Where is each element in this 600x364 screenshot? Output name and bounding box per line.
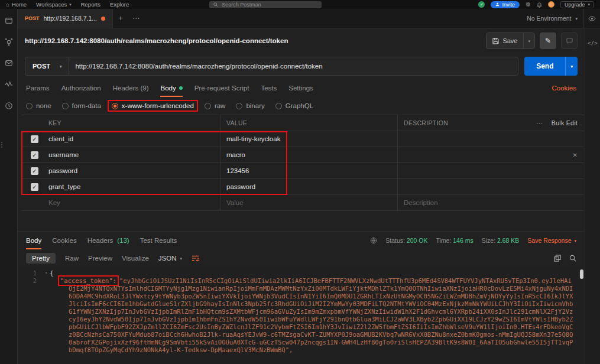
- global-search-input[interactable]: Search Postman: [209, 1, 322, 8]
- settings-gear-icon[interactable]: ⚙: [526, 1, 531, 8]
- new-tab-button[interactable]: +: [113, 9, 128, 28]
- key-cell[interactable]: client_id: [43, 131, 220, 147]
- value-placeholder-cell[interactable]: Value: [220, 195, 397, 210]
- table-row: ✓ password 123456: [21, 163, 583, 179]
- description-cell[interactable]: [397, 163, 583, 178]
- response-tab-headers[interactable]: Headers (13): [87, 232, 129, 249]
- method-select[interactable]: POST ▾: [25, 57, 69, 76]
- open-request-tab[interactable]: POST http://192.168.7.1...: [18, 9, 113, 28]
- radio-icon: [236, 103, 242, 109]
- response-tabs: Body Cookies Headers (13) Test Results S…: [18, 232, 585, 249]
- tab-settings[interactable]: Settings: [288, 79, 313, 97]
- monitors-icon[interactable]: [4, 80, 14, 89]
- send-button[interactable]: Send ▾: [524, 57, 578, 76]
- sidebar-resize-handle[interactable]: [1, 142, 2, 148]
- api-network-icon[interactable]: [4, 37, 14, 47]
- description-cell[interactable]: [397, 179, 583, 194]
- mock-servers-icon[interactable]: [4, 58, 14, 68]
- code-snippet-icon[interactable]: </>: [588, 40, 597, 364]
- upgrade-button[interactable]: Upgrade▾: [560, 1, 594, 8]
- row-checkbox[interactable]: ✓: [31, 183, 38, 191]
- tab-body[interactable]: Body: [160, 79, 182, 97]
- value-cell[interactable]: password: [220, 179, 397, 194]
- person-icon: [495, 2, 500, 6]
- fold-caret-icon[interactable]: ▾: [45, 269, 47, 277]
- search-response-icon[interactable]: [569, 255, 576, 262]
- key-cell[interactable]: username: [43, 147, 220, 162]
- key-cell[interactable]: password: [43, 163, 220, 178]
- time-badge: Time: 146 ms: [436, 237, 473, 244]
- table-more-options-button[interactable]: ⋯: [536, 119, 543, 126]
- avatar[interactable]: [548, 1, 554, 8]
- cookies-link[interactable]: Cookies: [552, 84, 576, 92]
- key-cell[interactable]: grant_type: [43, 179, 220, 194]
- view-visualize-button[interactable]: Visualize: [122, 255, 149, 262]
- request-tabstrip: POST http://192.168.7.1... + ⋯ No Enviro…: [18, 9, 600, 28]
- save-response-button[interactable]: Save Response ▾: [527, 237, 576, 244]
- value-cell[interactable]: macro: [220, 147, 397, 162]
- save-options-button[interactable]: ▾: [523, 33, 534, 48]
- chevron-down-icon: ▾: [60, 64, 62, 69]
- tab-authorization[interactable]: Authorization: [61, 79, 101, 97]
- tab-options-button[interactable]: ⋯: [128, 9, 144, 28]
- response-tab-cookies[interactable]: Cookies: [52, 232, 77, 249]
- pane-splitter[interactable]: [18, 211, 585, 231]
- history-clock-icon[interactable]: [4, 101, 14, 110]
- description-placeholder-cell[interactable]: Description: [397, 195, 583, 210]
- left-sidebar-rail: [0, 9, 18, 364]
- nav-explore[interactable]: Explore: [110, 1, 129, 8]
- nav-reports[interactable]: Reports: [81, 1, 100, 8]
- right-sidebar-rail: </>: [585, 28, 600, 364]
- globe-icon[interactable]: [370, 237, 377, 244]
- radio-none[interactable]: none: [26, 102, 51, 109]
- row-checkbox[interactable]: ✓: [31, 151, 38, 159]
- view-preview-button[interactable]: Preview: [88, 255, 112, 262]
- edit-request-button[interactable]: ✎: [540, 32, 556, 49]
- tab-pre-request-script[interactable]: Pre-request Script: [194, 79, 249, 97]
- format-select[interactable]: JSON ▾: [158, 255, 182, 262]
- top-navbar: ⌂ Home Workspaces▾ Reports Explore Searc…: [0, 0, 600, 9]
- save-button[interactable]: Save ▾: [486, 32, 535, 49]
- checkbox-column-header: [21, 115, 43, 131]
- bulk-edit-button[interactable]: Bulk Edit: [552, 119, 578, 126]
- tab-headers[interactable]: Headers (9): [113, 79, 149, 97]
- row-checkbox[interactable]: ✓: [31, 135, 38, 143]
- collections-icon[interactable]: [4, 16, 14, 25]
- radio-x-www-form-urlencoded[interactable]: x-www-form-urlencoded: [112, 102, 194, 109]
- tab-params[interactable]: Params: [26, 79, 50, 97]
- key-placeholder-cell[interactable]: Key: [43, 195, 220, 210]
- radio-icon: [62, 103, 69, 109]
- postman-window: ⌂ Home Workspaces▾ Reports Explore Searc…: [0, 0, 600, 364]
- body-type-selector: none form-data x-www-form-urlencoded raw…: [18, 97, 585, 115]
- response-scrollbar[interactable]: [580, 269, 583, 358]
- copy-icon[interactable]: [554, 255, 561, 262]
- nav-workspaces[interactable]: Workspaces▾: [36, 1, 72, 8]
- notifications-bell-icon[interactable]: [537, 2, 542, 8]
- value-cell[interactable]: mall-tiny-keycloak: [220, 131, 397, 147]
- row-checkbox[interactable]: ✓: [31, 167, 38, 175]
- invite-button[interactable]: Invite: [491, 1, 520, 8]
- radio-raw[interactable]: raw: [205, 102, 226, 109]
- response-tab-test-results[interactable]: Test Results: [140, 232, 177, 249]
- response-tab-body[interactable]: Body: [26, 232, 41, 249]
- url-input[interactable]: http://192.168.7.142:8080/auth/realms/ma…: [69, 57, 518, 76]
- nav-home[interactable]: ⌂ Home: [6, 1, 27, 8]
- comment-button[interactable]: [561, 32, 578, 49]
- radio-binary[interactable]: binary: [236, 102, 264, 109]
- sync-status-icon[interactable]: ✓: [478, 1, 485, 8]
- scrollbar-thumb[interactable]: [580, 269, 583, 279]
- view-raw-button[interactable]: Raw: [65, 255, 79, 262]
- value-cell[interactable]: 123456: [220, 163, 397, 178]
- radio-form-data[interactable]: form-data: [62, 102, 101, 109]
- environment-quick-look-button[interactable]: [583, 9, 600, 28]
- delete-row-icon[interactable]: ✕: [573, 152, 578, 158]
- description-cell[interactable]: [397, 131, 583, 147]
- environment-selector[interactable]: No Environment ▾: [521, 9, 583, 28]
- eye-icon: [588, 16, 596, 21]
- send-options-button[interactable]: ▾: [565, 57, 578, 76]
- radio-graphql[interactable]: GraphQL: [275, 102, 313, 109]
- view-pretty-button[interactable]: Pretty: [26, 253, 56, 264]
- tab-tests[interactable]: Tests: [261, 79, 277, 97]
- wrap-lines-icon[interactable]: [192, 255, 199, 262]
- description-cell[interactable]: ✕: [397, 147, 583, 162]
